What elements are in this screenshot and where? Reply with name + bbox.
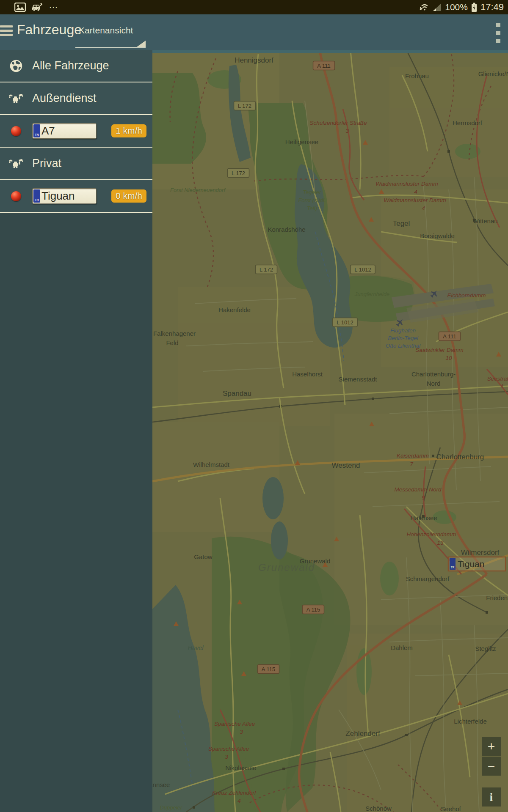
more-ellipsis: … <box>49 3 59 7</box>
vehicle-group-icon <box>8 92 24 105</box>
license-plate: TR A7 <box>32 123 97 139</box>
app-header: Fahrzeuge Kartenansicht <box>0 14 508 50</box>
plate-eu-band: TR <box>33 189 40 203</box>
view-selector-value: Kartenansicht <box>79 25 133 36</box>
page-title: Fahrzeuge <box>17 22 82 38</box>
menu-icon[interactable] <box>0 25 13 40</box>
sidebar-item-aussendienst[interactable]: Außendienst <box>0 82 152 115</box>
vehicle-status-ball <box>11 126 21 136</box>
status-bar: … 100% 17:49 <box>0 0 508 14</box>
battery-percent: 100% <box>445 2 468 12</box>
license-plate: TR Tiguan <box>32 188 97 204</box>
image-icon <box>14 3 26 12</box>
map-dim-overlay <box>152 50 508 812</box>
vehicle-status-ball <box>11 191 21 201</box>
car-icon <box>31 3 44 12</box>
battery-icon <box>471 3 477 12</box>
plate-eu-band: TR <box>33 124 40 137</box>
vehicle-name: A7 <box>41 124 55 137</box>
map-info-button[interactable]: i <box>482 787 501 807</box>
vehicle-list-sidebar: Alle Fahrzeuge Außendienst <box>0 50 152 812</box>
vehicle-group-icon <box>8 157 24 170</box>
speed-badge: 1 km/h <box>111 124 146 137</box>
view-selector-dropdown[interactable]: Kartenansicht <box>75 14 146 50</box>
sidebar-item-privat[interactable]: Privat <box>0 148 152 180</box>
zoom-out-button[interactable]: − <box>482 757 501 776</box>
group-label: Alle Fahrzeuge <box>32 59 109 72</box>
clock: 17:49 <box>480 2 504 13</box>
sidebar-item-vehicle-tiguan[interactable]: TR Tiguan 0 km/h <box>0 180 152 213</box>
signal-icon <box>433 3 442 11</box>
chevron-down-icon <box>137 41 146 47</box>
overflow-menu-icon[interactable] <box>496 23 501 43</box>
speed-badge: 0 km/h <box>111 189 146 203</box>
zoom-in-button[interactable]: + <box>482 737 501 756</box>
globe-icon <box>9 59 23 73</box>
map-zoom-controls: + − <box>482 737 501 776</box>
group-label: Außendienst <box>32 92 97 105</box>
sidebar-item-vehicle-a7[interactable]: TR A7 1 km/h <box>0 115 152 148</box>
vehicle-name: Tiguan <box>41 189 75 203</box>
spinner-underline <box>75 47 146 48</box>
wifi-icon <box>418 3 429 12</box>
sidebar-item-alle-fahrzeuge[interactable]: Alle Fahrzeuge <box>0 50 152 82</box>
map-canvas[interactable]: A 111L 172L 172L 172L 1012L 1012A 111A 1… <box>152 50 508 812</box>
group-label: Privat <box>32 157 61 170</box>
